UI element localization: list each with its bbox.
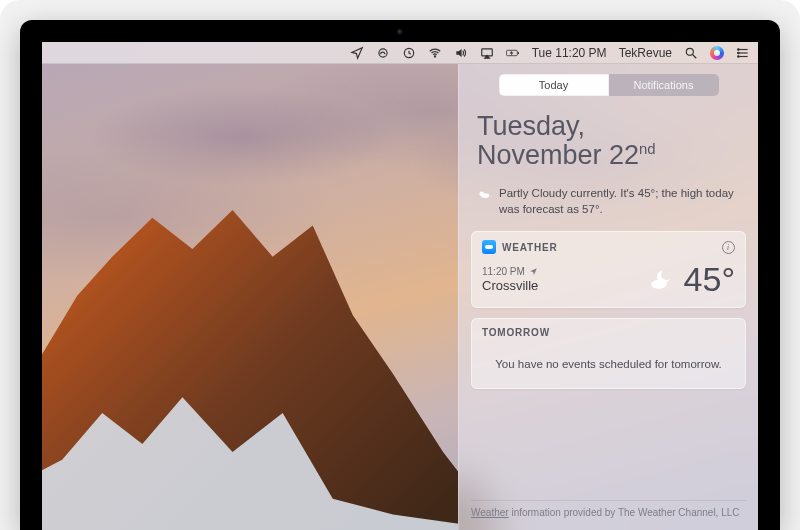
weather-time: 11:20 PM [482, 266, 525, 277]
tab-today[interactable]: Today [499, 74, 609, 96]
svg-point-16 [651, 280, 666, 289]
tomorrow-widget: TOMORROW You have no events scheduled fo… [471, 318, 746, 389]
weather-location: Crossville [482, 278, 648, 293]
time-machine-icon[interactable] [402, 42, 416, 63]
weather-attribution-link[interactable]: Weather [471, 507, 509, 518]
weather-widget[interactable]: WEATHER i 11:20 PM Crossville [471, 231, 746, 308]
date-month-day: November 22 [477, 140, 639, 170]
wifi-icon[interactable] [428, 42, 442, 63]
svg-point-13 [738, 55, 739, 56]
today-notifications-segmented: Today Notifications [499, 74, 719, 96]
location-services-icon[interactable] [350, 42, 364, 63]
weather-attribution-text: information provided by The Weather Chan… [509, 507, 740, 518]
menu-bar: Tue 11:20 PM TekRevue [42, 42, 758, 64]
siri-icon[interactable] [710, 42, 724, 63]
weather-widget-title: WEATHER [502, 242, 557, 253]
spotlight-icon[interactable] [684, 42, 698, 63]
night-partly-cloudy-icon [648, 267, 674, 293]
weather-temperature: 45° [684, 260, 735, 299]
svg-point-0 [379, 48, 387, 56]
weather-summary-text: Partly Cloudy currently. It's 45°; the h… [499, 186, 740, 217]
info-icon[interactable]: i [722, 241, 735, 254]
weather-summary-row: Partly Cloudy currently. It's 45°; the h… [471, 184, 746, 221]
svg-rect-5 [518, 51, 519, 53]
svg-point-11 [738, 48, 739, 49]
svg-point-15 [481, 194, 489, 199]
menubar-clock[interactable]: Tue 11:20 PM [532, 42, 607, 63]
notification-center-panel: Today Notifications Tuesday, November 22… [458, 64, 758, 530]
location-arrow-icon [529, 267, 538, 276]
camera-dot [397, 29, 403, 35]
weather-attribution: Weather information provided by The Weat… [471, 500, 746, 518]
date-line-1: Tuesday, [477, 112, 740, 141]
device-bezel: Tue 11:20 PM TekRevue Today Notification… [20, 20, 780, 530]
svg-point-12 [738, 52, 739, 53]
airplay-icon[interactable] [480, 42, 494, 63]
date-ordinal: nd [639, 141, 656, 157]
notification-center-icon[interactable] [736, 42, 750, 63]
desktop: Tue 11:20 PM TekRevue Today Notification… [42, 42, 758, 530]
partly-cloudy-icon [477, 188, 491, 202]
tomorrow-widget-title: TOMORROW [482, 327, 550, 338]
device-frame: Tue 11:20 PM TekRevue Today Notification… [0, 0, 800, 530]
svg-point-6 [686, 48, 693, 55]
weather-app-icon [482, 240, 496, 254]
menubar-user[interactable]: TekRevue [619, 42, 672, 63]
today-date-heading: Tuesday, November 22nd [471, 106, 746, 174]
svg-line-7 [693, 54, 697, 58]
tomorrow-empty-message: You have no events scheduled for tomorro… [482, 344, 735, 380]
date-line-2: November 22nd [477, 141, 740, 170]
battery-icon[interactable] [506, 42, 520, 63]
creative-cloud-icon[interactable] [376, 42, 390, 63]
svg-point-2 [434, 55, 435, 56]
tab-notifications[interactable]: Notifications [609, 74, 719, 96]
volume-icon[interactable] [454, 42, 468, 63]
